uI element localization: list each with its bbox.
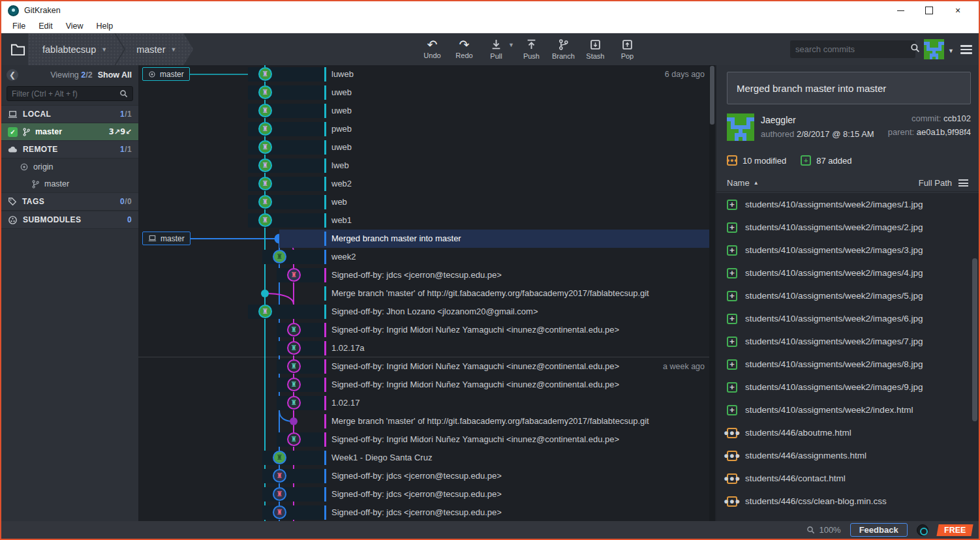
parent-sha[interactable]: parent: ae0a1b,9f98f4 [888,127,971,137]
local-section-header[interactable]: LOCAL 1/1 [1,105,138,123]
commit-row[interactable]: ♜luweb6 days ago [138,65,715,83]
commit-row[interactable]: ♜web2 [138,175,715,193]
commit-author-avatar[interactable]: ♜ [273,487,286,501]
menu-view[interactable]: View [60,20,89,32]
list-view-icon[interactable] [958,178,968,188]
file-list-scrollbar[interactable] [972,193,977,521]
file-row[interactable]: +students/410/assigments/week2/images/7.… [716,330,979,353]
commit-author-avatar[interactable]: ♜ [287,432,301,446]
file-row[interactable]: +students/410/assigments/week2/images/4.… [716,262,979,284]
commit-row[interactable]: ♜Signed-off-by: Ingrid Midori Nuñez Yama… [138,357,715,376]
branch-button[interactable]: Branch [547,33,579,65]
added-count-badge[interactable]: +87 added [801,155,851,166]
file-row[interactable]: ●●●students/446/contact.html [716,467,979,490]
commit-row[interactable]: ♜pweb [138,120,715,138]
commit-author-avatar[interactable]: ♜ [258,67,272,81]
commit-author-avatar[interactable]: ♜ [258,122,272,136]
sidebar-branch-master-remote[interactable]: master [1,175,138,192]
commit-author-avatar[interactable]: ♜ [258,104,272,117]
breadcrumb-branch[interactable]: master▼ [115,33,193,65]
commit-row[interactable]: Merged branch master into master [138,230,715,248]
commit-author-avatar[interactable]: ♜ [258,213,272,227]
commit-row[interactable]: ♜1.02.17a [138,339,715,357]
commit-author-avatar[interactable]: ♜ [258,177,272,190]
commit-row[interactable]: ♜Signed-off-by: Ingrid Midori Nuñez Yama… [138,430,715,449]
tags-section-header[interactable]: TAGS 0/0 [1,192,138,211]
repo-folder-icon[interactable] [10,42,25,57]
file-row[interactable]: ●●●students/446/css/clean-blog.min.css [716,490,979,513]
fullpath-toggle[interactable]: Full Path [919,178,952,188]
checked-checkbox-icon[interactable]: ✓ [8,127,18,137]
commit-author-avatar[interactable]: ♜ [287,341,301,355]
file-row[interactable]: +students/410/assigments/week2/images/5.… [716,284,979,307]
free-plan-badge[interactable]: FREE [936,524,973,536]
commit-row[interactable]: ♜uweb [138,83,715,102]
file-row[interactable]: ●●●students/446/assignments.html [716,444,979,467]
file-row[interactable]: +students/410/assigments/week2/index.htm… [716,398,979,421]
commit-author-avatar[interactable]: ♜ [258,85,272,99]
commit-author-avatar[interactable]: ♜ [273,451,286,464]
redo-button[interactable]: ↷Redo [448,33,480,65]
commit-row[interactable]: ♜Signed-off-by: jdcs <jcerron@tecsup.edu… [138,266,715,284]
user-avatar[interactable] [924,39,944,59]
app-menu-icon[interactable] [960,45,972,56]
file-row[interactable]: +students/410/assigments/week2/images/1.… [716,193,979,216]
graph-scrollbar[interactable] [709,65,715,521]
sidebar-branch-master-local[interactable]: ✓ master 3↗9↙ [1,123,138,140]
commit-row[interactable]: ♜web1 [138,211,715,230]
commit-row[interactable]: ♜web [138,193,715,211]
commit-row[interactable]: ♜Signed-off-by: Ingrid Midori Nuñez Yama… [138,321,715,339]
file-row[interactable]: +students/410/assigments/week2/images/3.… [716,239,979,262]
name-column-header[interactable]: Name [727,178,750,188]
menu-edit[interactable]: Edit [33,20,59,32]
commit-row[interactable]: ♜uweb [138,102,715,120]
pop-button[interactable]: Pop [611,33,643,65]
pull-button[interactable]: Pull [480,33,512,65]
commit-row[interactable]: Merge branch 'master' of http://git.faba… [138,412,715,430]
commit-row[interactable]: ♜week2 [138,248,715,266]
file-row[interactable]: ●●●students/446/aboutme.html [716,421,979,444]
commit-author-avatar[interactable]: ♜ [273,250,286,263]
commit-author-avatar[interactable]: ♜ [258,305,272,318]
submodules-section-header[interactable]: SUBMODULES 0 [1,211,138,229]
stash-button[interactable]: Stash [579,33,611,65]
collapse-sidebar-button[interactable]: ❮ [7,69,18,81]
pull-options-caret[interactable]: ▼ [508,42,514,48]
commit-row[interactable]: Merge branch 'master' of http://git.faba… [138,284,715,303]
search-commits-input[interactable] [795,44,910,54]
ref-label-remote-master[interactable]: master [142,67,190,81]
commit-author-avatar[interactable]: ♜ [287,268,301,282]
commit-message-box[interactable]: Merged branch master into master [727,72,971,104]
search-icon[interactable] [910,43,920,55]
profile-caret-icon[interactable]: ▼ [948,48,954,54]
filter-input[interactable] [12,89,119,98]
commit-row[interactable]: ♜uweb [138,138,715,157]
file-row[interactable]: +students/410/assigments/week2/images/8.… [716,353,979,376]
commit-row[interactable]: ♜Signed-off-by: Jhon Lozano <jlozanom20@… [138,303,715,321]
commit-row[interactable]: ♜Signed-off-by: jdcs <jcerron@tecsup.edu… [138,485,715,503]
ref-label-local-master[interactable]: master [142,232,191,245]
close-button[interactable]: × [943,2,972,19]
commit-row[interactable]: ♜Signed-off-by: jdcs <jcerron@tecsup.edu… [138,467,715,485]
commit-author-avatar[interactable]: ♜ [287,323,301,337]
file-row[interactable]: +students/410/assigments/week2/images/6.… [716,307,979,330]
commit-author-avatar[interactable]: ♜ [258,195,272,209]
zoom-indicator[interactable]: 100% [806,525,840,535]
commit-row[interactable]: ♜Signed-off-by: Ingrid Midori Nuñez Yama… [138,376,715,394]
gitkraken-status-icon[interactable] [917,524,928,536]
maximize-button[interactable] [915,2,943,19]
undo-button[interactable]: ↶Undo [416,33,448,65]
commit-row[interactable]: ♜lweb [138,157,715,175]
commit-row[interactable]: ♜1.02.17 [138,394,715,412]
menu-help[interactable]: Help [91,20,119,32]
file-row[interactable]: +students/410/assigments/week2/images/2.… [716,216,979,239]
minimize-button[interactable] [886,2,915,19]
breadcrumb-repo[interactable]: fablabtecsup▼ [28,33,124,65]
commit-author-avatar[interactable]: ♜ [258,140,272,154]
commit-row[interactable]: ♜Week1 - Diego Santa Cruz [138,449,715,467]
show-all-button[interactable]: Show All [98,70,132,80]
commit-author-avatar[interactable]: ♜ [258,158,272,172]
commit-author-avatar[interactable]: ♜ [287,378,301,391]
commit-author-avatar[interactable]: ♜ [273,505,286,519]
commit-sha[interactable]: commit: ccb102 [888,113,971,123]
